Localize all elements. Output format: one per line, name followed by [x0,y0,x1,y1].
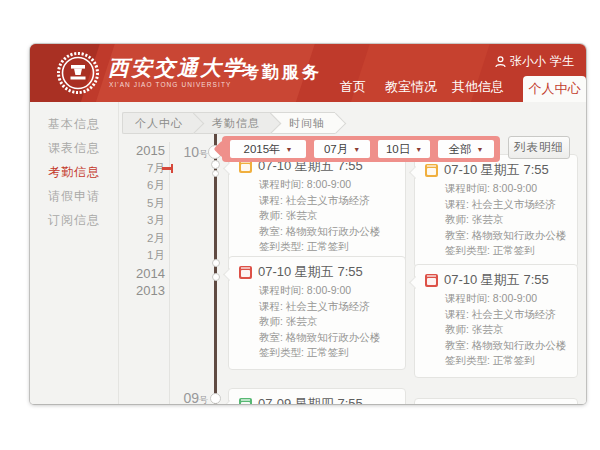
chevron-down-icon: ▼ [477,146,484,153]
list-detail-button[interactable]: 列表明细 [508,136,570,159]
app-title: 考勤服务 [242,61,322,84]
breadcrumb-personal-center[interactable]: 个人中心 [122,112,193,134]
timeline-dot-small [212,259,220,267]
sidebar-item-basic-info[interactable]: 基本信息 [48,116,100,133]
scale-month-mar[interactable]: 3月 [120,212,165,230]
day-marker-10: 10号 [174,143,208,161]
day-marker-09: 09号 [174,389,208,404]
day-dropdown[interactable]: 10日▼ [378,140,430,158]
year-dropdown[interactable]: 2015年▼ [230,140,306,158]
timeline-dot-day09 [210,393,221,404]
sidebar-item-attendance[interactable]: 考勤信息 [48,164,100,181]
sidebar-item-timetable[interactable]: 课表信息 [48,140,100,157]
sidebar-item-subscription[interactable]: 订阅信息 [48,212,100,229]
university-name-en: XI'AN JIAO TONG UNIVERSITY [109,81,231,88]
stamp-green-icon [239,398,252,405]
scale-month-jun[interactable]: 6月 [120,177,165,195]
chevron-down-icon: ▼ [415,146,422,153]
scale-divider-line [169,142,170,404]
chevron-down-icon: ▼ [286,146,293,153]
app-window: 西安交通大学 XI'AN JIAO TONG UNIVERSITY 考勤服务 张… [30,44,586,404]
date-filter-bar: 2015年▼ 07月▼ 10日▼ 全部▼ [222,136,500,162]
university-name-cn: 西安交通大学 [108,54,246,82]
breadcrumb-chevron-icon [325,112,347,134]
month-dropdown[interactable]: 07月▼ [314,140,370,158]
university-logo-icon [56,51,100,95]
timeline-dot-small [212,170,219,177]
breadcrumb: 个人中心 考勤信息 时间轴 [122,112,335,134]
current-month-indicator [162,167,172,170]
timeline-dot-small [212,273,220,281]
scale-year-2014[interactable]: 2014 [120,265,165,283]
attendance-card[interactable]: 07-10 星期五 7:55 课程时间: 8:00-9:00 课程: 社会主义市… [228,150,406,264]
scale-year-2013[interactable]: 2013 [120,282,165,300]
nav-item-home[interactable]: 首页 [340,78,366,96]
timeline-card-partial[interactable] [414,398,578,404]
content-area: 基本信息 课表信息 考勤信息 请假申请 订阅信息 个人中心 考勤信息 时间轴 [30,102,586,404]
stamp-yellow-icon [425,164,438,177]
timeline-scale: 2015 7月 6月 5月 3月 2月 1月 2014 2013 [120,142,165,300]
chevron-down-icon: ▼ [353,146,360,153]
user-icon [495,56,506,68]
user-info[interactable]: 张小小 学生 [495,53,574,70]
attendance-card[interactable]: 07-10 星期五 7:55 课程时间: 8:00-9:00 课程: 社会主义市… [228,256,406,370]
timeline-dot-small [211,160,220,169]
attendance-card[interactable]: 07-10 星期五 7:55 课程时间: 8:00-9:00 课程: 社会主义市… [414,154,578,268]
sidebar: 基本信息 课表信息 考勤信息 请假申请 订阅信息 [30,102,119,404]
screenshot-canvas: 西安交通大学 XI'AN JIAO TONG UNIVERSITY 考勤服务 张… [0,0,600,450]
scale-year-2015[interactable]: 2015 [120,142,165,160]
attendance-card[interactable]: 07-10 星期五 7:55 课程时间: 8:00-9:00 课程: 社会主义市… [414,264,578,378]
scale-month-may[interactable]: 5月 [120,195,165,213]
scale-month-jul[interactable]: 7月 [120,160,165,178]
user-role: 学生 [550,53,574,70]
sign-type-dropdown[interactable]: 全部▼ [438,140,494,158]
stamp-red-icon [425,274,438,287]
nav-item-other-info[interactable]: 其他信息 [452,78,504,96]
nav-item-classrooms[interactable]: 教室情况 [385,78,437,96]
stamp-red-icon [239,266,252,279]
sidebar-item-leave-request[interactable]: 请假申请 [48,188,100,205]
user-name: 张小小 [510,53,546,70]
scale-month-jan[interactable]: 1月 [120,247,165,265]
attendance-card[interactable]: 07-09 星期四 7:55 [228,388,406,404]
scale-month-feb[interactable]: 2月 [120,230,165,248]
nav-tab-personal-center[interactable]: 个人中心 [523,76,586,102]
app-header: 西安交通大学 XI'AN JIAO TONG UNIVERSITY 考勤服务 张… [30,44,586,102]
